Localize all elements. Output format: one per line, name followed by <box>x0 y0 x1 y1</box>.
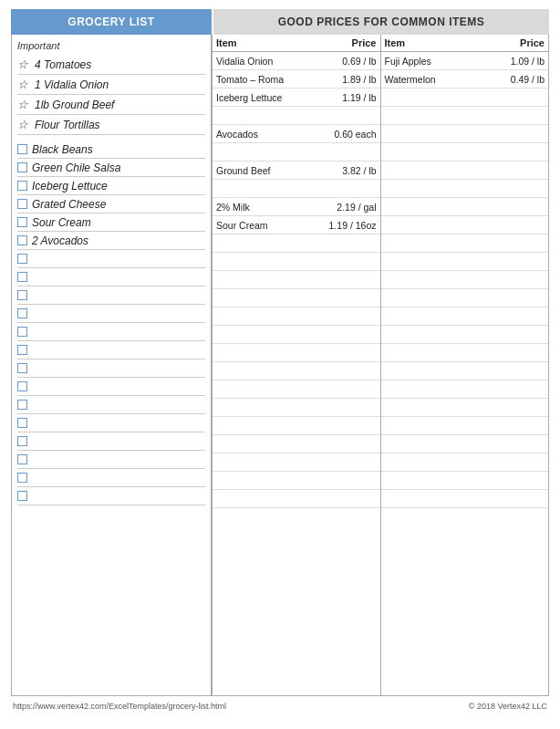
checkbox[interactable] <box>17 381 27 391</box>
checkbox-list-item <box>17 487 205 505</box>
checkbox-list-item: 2 Avocados <box>17 232 205 250</box>
checkbox-item-text: Green Chile Salsa <box>32 161 120 174</box>
left-col-price-header: Price <box>317 37 377 48</box>
table-row: Watermelon0.49 / lb <box>381 70 549 89</box>
checkbox[interactable] <box>17 144 27 154</box>
cell-price: 3.82 / lb <box>317 165 377 176</box>
blank-line <box>32 331 205 332</box>
blank-line <box>32 441 205 442</box>
star-item-text: 4 Tomatoes <box>35 58 91 71</box>
blank-line <box>32 404 205 405</box>
table-row: Fuji Apples1.09 / lb <box>381 52 549 70</box>
cell-item: Fuji Apples <box>385 56 486 67</box>
checkbox-list-item <box>17 250 205 268</box>
checkbox[interactable] <box>17 418 27 428</box>
table-row <box>381 143 549 161</box>
table-row <box>381 399 549 417</box>
cell-item: Watermelon <box>385 74 486 85</box>
checkbox[interactable] <box>17 235 27 245</box>
table-row: Ground Beef3.82 / lb <box>213 161 380 180</box>
table-row: Iceberg Lettuce1.19 / lb <box>213 89 380 107</box>
checkbox[interactable] <box>17 491 27 501</box>
checkbox[interactable] <box>17 181 27 191</box>
cell-item: Tomato – Roma <box>216 74 317 85</box>
star-icon: ☆ <box>17 118 30 131</box>
checkbox-list-item <box>17 469 205 487</box>
checkbox[interactable] <box>17 363 27 373</box>
header-row: GROCERY LIST GOOD PRICES FOR COMMON ITEM… <box>11 9 549 35</box>
footer-left: https://www.vertex42.com/ExcelTemplates/… <box>13 702 226 711</box>
table-row <box>213 271 380 289</box>
checkbox-list-item <box>17 451 205 469</box>
cell-item: Iceberg Lettuce <box>216 92 317 103</box>
right-table-header: Item Price <box>381 35 549 52</box>
checkbox[interactable] <box>17 454 27 464</box>
checkbox-item-text: Grated Cheese <box>32 198 106 211</box>
left-table-header: Item Price <box>213 35 380 52</box>
table-row <box>213 453 380 472</box>
table-row <box>213 326 380 344</box>
checkbox[interactable] <box>17 308 27 318</box>
checkbox-list-item <box>17 414 205 432</box>
star-list-item: ☆1lb Ground Beef <box>17 95 205 115</box>
table-row <box>381 326 549 344</box>
blank-line <box>32 313 205 314</box>
checkbox-item-text: 2 Avocados <box>32 234 88 247</box>
checkbox[interactable] <box>17 290 27 300</box>
table-row <box>213 107 380 125</box>
cell-item: Avocados <box>216 129 317 140</box>
cell-item: Vidalia Onion <box>216 56 317 67</box>
left-price-table: Item Price Vidalia Onion0.69 / lbTomato … <box>213 35 381 695</box>
checkbox-item-text: Sour Cream <box>32 216 91 229</box>
table-row <box>381 161 549 180</box>
cell-item: 2% Milk <box>216 202 317 213</box>
blank-line <box>32 368 205 369</box>
right-col-price-header: Price <box>485 37 544 48</box>
table-row <box>381 490 549 508</box>
checkbox-list-item <box>17 286 205 305</box>
checkbox-items-list: Black BeansGreen Chile SalsaIceberg Lett… <box>17 141 205 505</box>
cell-price: 0.69 / lb <box>317 56 377 67</box>
cell-item: Sour Cream <box>216 220 317 231</box>
checkbox-list-item: Green Chile Salsa <box>17 159 205 177</box>
table-row <box>213 399 380 417</box>
star-icon: ☆ <box>17 57 30 71</box>
cell-item: Ground Beef <box>216 165 317 176</box>
table-row <box>213 253 380 271</box>
table-row <box>213 435 380 453</box>
blank-line <box>32 295 205 296</box>
checkbox-list-item: Iceberg Lettuce <box>17 177 205 195</box>
checkbox[interactable] <box>17 199 27 209</box>
checkbox[interactable] <box>17 162 27 172</box>
checkbox-list-item <box>17 341 205 359</box>
prices-header: GOOD PRICES FOR COMMON ITEMS <box>212 9 549 35</box>
star-list-item: ☆4 Tomatoes <box>17 55 205 75</box>
checkbox[interactable] <box>17 217 27 227</box>
table-row <box>213 417 380 435</box>
checkbox[interactable] <box>17 345 27 355</box>
checkbox[interactable] <box>17 436 27 446</box>
table-row <box>381 380 549 399</box>
star-icon: ☆ <box>17 98 30 111</box>
star-item-text: 1lb Ground Beef <box>35 99 114 111</box>
table-row <box>213 289 380 307</box>
checkbox-list-item <box>17 359 205 378</box>
checkbox[interactable] <box>17 254 27 264</box>
checkbox-item-text: Black Beans <box>32 143 93 156</box>
footer: https://www.vertex42.com/ExcelTemplates/… <box>11 702 549 711</box>
table-row: Sour Cream1.19 / 16oz <box>213 216 380 234</box>
cell-price: 1.89 / lb <box>317 74 377 85</box>
checkbox[interactable] <box>17 400 27 410</box>
checkbox[interactable] <box>17 272 27 282</box>
table-row: Avocados0.60 each <box>213 125 380 143</box>
table-row <box>381 125 549 143</box>
checkbox-list-item <box>17 268 205 286</box>
table-row <box>381 253 549 271</box>
table-row <box>381 289 549 307</box>
checkbox[interactable] <box>17 473 27 483</box>
star-item-text: Flour Tortillas <box>35 119 100 131</box>
checkbox-item-text: Iceberg Lettuce <box>32 180 108 193</box>
checkbox[interactable] <box>17 327 27 337</box>
table-row <box>381 307 549 326</box>
cell-price: 1.19 / 16oz <box>317 220 377 231</box>
